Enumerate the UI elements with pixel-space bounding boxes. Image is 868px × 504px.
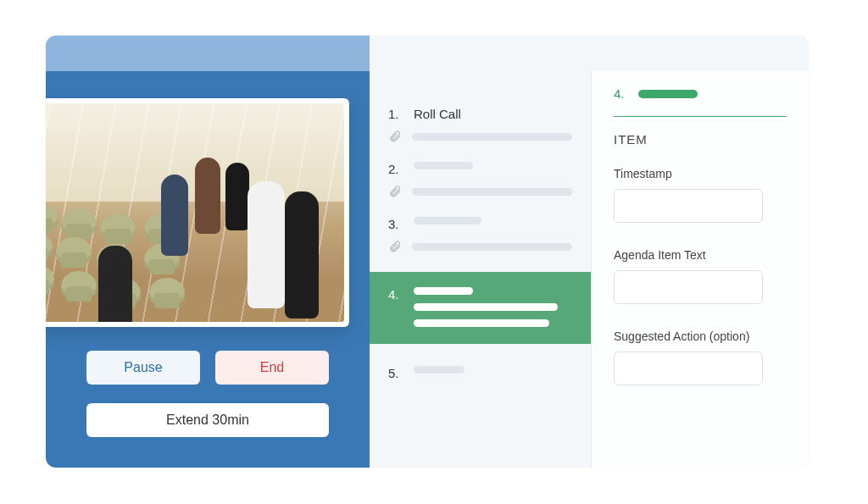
- agenda-panel: 1. Roll Call 2. 3.: [370, 71, 592, 468]
- agenda-title: Roll Call: [414, 107, 461, 121]
- detail-active-num: 4.: [614, 86, 625, 101]
- placeholder-line: [414, 287, 473, 295]
- placeholder-line: [414, 366, 465, 374]
- paperclip-icon: [388, 185, 402, 198]
- agenda-num: 4.: [388, 287, 402, 302]
- main-content: Pause End Extend 30min 1. Roll Call 2.: [46, 71, 809, 468]
- agenda-attach-3[interactable]: [370, 238, 591, 265]
- detail-header: 4.: [614, 86, 787, 117]
- video-panel: Pause End Extend 30min: [46, 71, 370, 468]
- placeholder-line: [412, 133, 572, 141]
- titlebar-left: [46, 36, 370, 71]
- suggested-action-label: Suggested Action (option): [614, 330, 787, 343]
- agenda-attach-2[interactable]: [370, 183, 591, 210]
- agenda-num: 3.: [388, 217, 402, 231]
- titlebar-right: [370, 36, 809, 71]
- app-window: Pause End Extend 30min 1. Roll Call 2.: [46, 36, 809, 468]
- placeholder-line: [414, 217, 481, 224]
- agenda-item-4[interactable]: 4.: [370, 272, 591, 344]
- agenda-text-label: Agenda Item Text: [614, 248, 787, 262]
- timestamp-label: Timestamp: [614, 167, 787, 180]
- placeholder-line: [414, 162, 473, 169]
- suggested-action-input[interactable]: [614, 352, 763, 385]
- placeholder-line: [412, 188, 572, 196]
- placeholder-line: [414, 319, 549, 327]
- placeholder-line: [412, 243, 572, 251]
- agenda-attach-1[interactable]: [370, 128, 591, 155]
- placeholder-line: [414, 303, 558, 311]
- agenda-item-3[interactable]: 3.: [370, 210, 591, 238]
- agenda-text-input[interactable]: [614, 270, 763, 304]
- pause-button[interactable]: Pause: [86, 351, 200, 385]
- extend-button[interactable]: Extend 30min: [86, 403, 329, 437]
- video-controls: Pause End Extend 30min: [86, 351, 329, 437]
- agenda-item-5[interactable]: 5.: [370, 359, 591, 387]
- end-button[interactable]: End: [215, 351, 329, 385]
- detail-title-placeholder: [638, 90, 698, 98]
- agenda-num: 5.: [388, 366, 402, 380]
- detail-panel: 4. ITEM Timestamp Agenda Item Text Sugge…: [592, 71, 809, 468]
- agenda-item-1[interactable]: 1. Roll Call: [370, 100, 591, 128]
- detail-heading: ITEM: [614, 132, 787, 147]
- video-thumbnail[interactable]: [46, 103, 344, 322]
- video-frame: [46, 98, 349, 327]
- paperclip-icon: [388, 240, 402, 253]
- paperclip-icon: [388, 130, 402, 143]
- agenda-num: 2.: [388, 162, 402, 176]
- timestamp-input[interactable]: [614, 189, 763, 223]
- agenda-num: 1.: [388, 107, 402, 121]
- agenda-item-2[interactable]: 2.: [370, 155, 591, 183]
